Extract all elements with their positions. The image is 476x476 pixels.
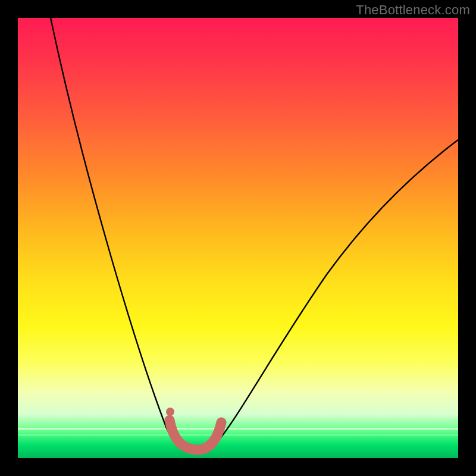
accent-dot [166,408,174,416]
curve-overlay [18,18,458,458]
bottom-u-accent [170,420,221,450]
curve-right [214,140,458,445]
curve-left [51,18,186,446]
watermark-text: TheBottleneck.com [356,2,470,18]
plot-area [18,18,458,458]
